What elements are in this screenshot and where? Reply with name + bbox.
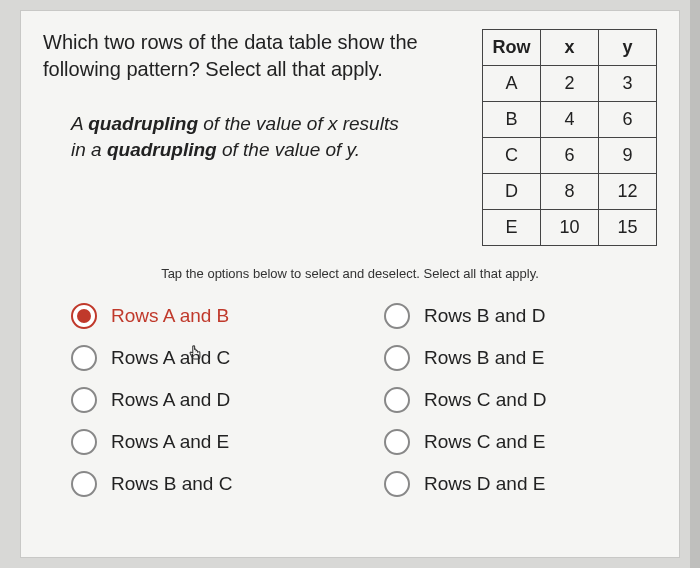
option[interactable]: Rows A and D: [71, 379, 344, 421]
radio-icon: [384, 429, 410, 455]
table-header-row: Row x y: [483, 30, 657, 66]
right-edge: [690, 0, 700, 568]
radio-icon: [71, 387, 97, 413]
table-row: E1015: [483, 210, 657, 246]
radio-icon: [384, 345, 410, 371]
option[interactable]: Rows D and E: [384, 463, 657, 505]
data-table: Row x y A23B46C69D812E1015: [482, 29, 657, 246]
table-cell: 3: [599, 66, 657, 102]
options-col-1: Rows A and BRows A and CRows A and DRows…: [71, 295, 344, 505]
table-cell: B: [483, 102, 541, 138]
table-cell: C: [483, 138, 541, 174]
table-cell: 6: [599, 102, 657, 138]
table-cell: A: [483, 66, 541, 102]
radio-icon: [71, 429, 97, 455]
table-cell: 2: [541, 66, 599, 102]
options-col-2: Rows B and DRows B and ERows C and DRows…: [384, 295, 657, 505]
option[interactable]: Rows A and C: [71, 337, 344, 379]
options-area: Rows A and BRows A and CRows A and DRows…: [43, 295, 657, 505]
table-cell: 10: [541, 210, 599, 246]
radio-icon: [384, 303, 410, 329]
table-body: A23B46C69D812E1015: [483, 66, 657, 246]
option[interactable]: Rows A and B: [71, 295, 344, 337]
col-header-x: x: [541, 30, 599, 66]
radio-icon: [71, 303, 97, 329]
table-cell: E: [483, 210, 541, 246]
option-label: Rows B and C: [111, 473, 232, 495]
table-cell: D: [483, 174, 541, 210]
option[interactable]: Rows C and E: [384, 421, 657, 463]
question-prompt: Which two rows of the data table show th…: [43, 29, 462, 83]
option-label: Rows B and E: [424, 347, 544, 369]
col-header-row: Row: [483, 30, 541, 66]
option-label: Rows D and E: [424, 473, 545, 495]
table-cell: 4: [541, 102, 599, 138]
question-block: Which two rows of the data table show th…: [43, 29, 462, 246]
option[interactable]: Rows B and D: [384, 295, 657, 337]
table-cell: 8: [541, 174, 599, 210]
option[interactable]: Rows B and E: [384, 337, 657, 379]
option[interactable]: Rows C and D: [384, 379, 657, 421]
option[interactable]: Rows A and E: [71, 421, 344, 463]
question-card: Which two rows of the data table show th…: [20, 10, 680, 558]
table-cell: 12: [599, 174, 657, 210]
option-label: Rows A and E: [111, 431, 229, 453]
table-row: C69: [483, 138, 657, 174]
table-row: D812: [483, 174, 657, 210]
table-row: B46: [483, 102, 657, 138]
col-header-y: y: [599, 30, 657, 66]
option-label: Rows A and B: [111, 305, 229, 327]
hint-text: Tap the options below to select and dese…: [43, 266, 657, 281]
table-row: A23: [483, 66, 657, 102]
option-label: Rows A and C: [111, 347, 230, 369]
option[interactable]: Rows B and C: [71, 463, 344, 505]
question-pattern: A quadrupling of the value of x results …: [71, 111, 401, 162]
option-label: Rows B and D: [424, 305, 545, 327]
radio-icon: [71, 345, 97, 371]
option-label: Rows C and E: [424, 431, 545, 453]
radio-icon: [71, 471, 97, 497]
option-label: Rows A and D: [111, 389, 230, 411]
table-cell: 6: [541, 138, 599, 174]
radio-icon: [384, 387, 410, 413]
table-cell: 15: [599, 210, 657, 246]
radio-icon: [384, 471, 410, 497]
table-cell: 9: [599, 138, 657, 174]
option-label: Rows C and D: [424, 389, 547, 411]
